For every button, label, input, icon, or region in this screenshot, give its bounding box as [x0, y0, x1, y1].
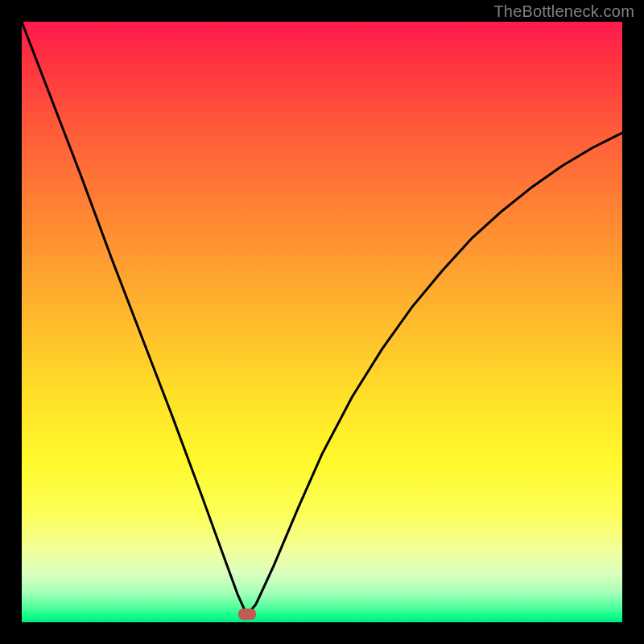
attribution-text: TheBottleneck.com	[493, 2, 634, 21]
minimum-marker	[238, 609, 256, 620]
curve-svg	[22, 22, 622, 622]
bottleneck-curve	[22, 22, 622, 615]
plot-area	[22, 22, 622, 622]
chart-frame: TheBottleneck.com	[0, 0, 644, 644]
